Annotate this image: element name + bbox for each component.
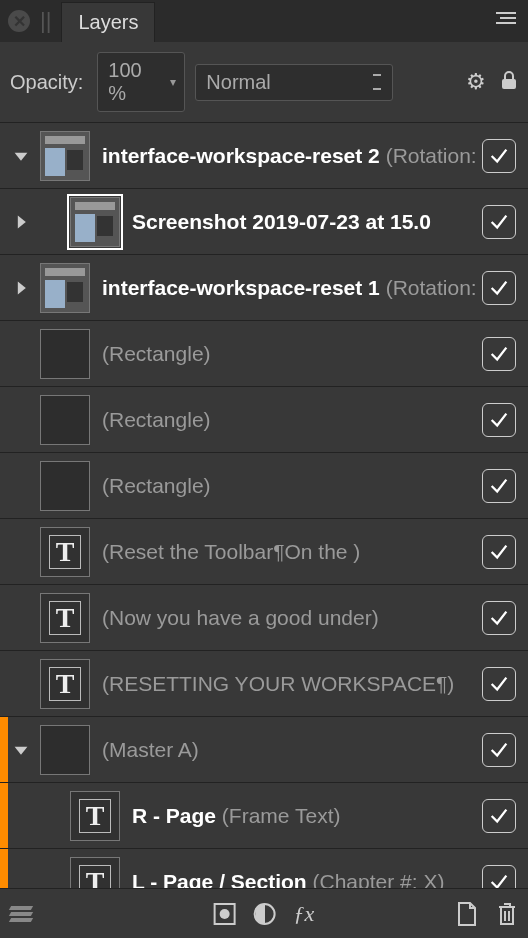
- layers-stack-icon[interactable]: [10, 906, 32, 922]
- layer-name: (Rectangle): [102, 408, 482, 432]
- tab-layers[interactable]: Layers: [61, 2, 155, 42]
- layer-name: (Reset the Toolbar¶On the ): [102, 540, 482, 564]
- layer-row[interactable]: interface-workspace-reset 1 (Rotation: 0…: [0, 255, 528, 321]
- opacity-select[interactable]: 100 %: [97, 52, 185, 112]
- close-panel-icon[interactable]: ✕: [8, 10, 30, 32]
- visibility-checkbox[interactable]: [482, 205, 516, 239]
- layer-row[interactable]: T(Reset the Toolbar¶On the ): [0, 519, 528, 585]
- layers-list: interface-workspace-reset 2 (Rotation: 0…: [0, 123, 528, 915]
- layer-row[interactable]: (Rectangle): [0, 387, 528, 453]
- gear-icon[interactable]: ⚙: [466, 69, 486, 95]
- layer-name: interface-workspace-reset 2 (Rotation: 0…: [102, 144, 482, 168]
- divider: ||: [40, 8, 51, 34]
- visibility-checkbox[interactable]: [482, 799, 516, 833]
- disclosure-triangle-icon[interactable]: [8, 737, 34, 763]
- layer-row[interactable]: interface-workspace-reset 2 (Rotation: 0…: [0, 123, 528, 189]
- blend-mode-select[interactable]: Normal: [195, 64, 393, 101]
- trash-icon[interactable]: [496, 901, 518, 927]
- layer-name: (Master A): [102, 738, 482, 762]
- layer-name: (RESETTING YOUR WORKSPACE¶): [102, 672, 482, 696]
- layer-row[interactable]: T(RESETTING YOUR WORKSPACE¶): [0, 651, 528, 717]
- visibility-checkbox[interactable]: [482, 337, 516, 371]
- fx-icon[interactable]: ƒx: [294, 901, 315, 927]
- disclosure-triangle-icon[interactable]: [8, 209, 34, 235]
- panel-header: ✕ || Layers: [0, 0, 528, 42]
- layer-name: (Rectangle): [102, 342, 482, 366]
- layer-name: (Now you have a good under): [102, 606, 482, 630]
- visibility-checkbox[interactable]: [482, 733, 516, 767]
- opacity-label: Opacity:: [10, 71, 83, 94]
- new-page-icon[interactable]: [456, 901, 478, 927]
- layer-row[interactable]: (Master A): [0, 717, 528, 783]
- visibility-checkbox[interactable]: [482, 403, 516, 437]
- layer-row[interactable]: TR - Page (Frame Text): [0, 783, 528, 849]
- layer-name: Screenshot 2019-07-23 at 15.0: [132, 210, 482, 234]
- layers-toolbar: Opacity: 100 % Normal ⚙: [0, 42, 528, 123]
- layer-name: (Rectangle): [102, 474, 482, 498]
- disclosure-triangle-icon[interactable]: [8, 143, 34, 169]
- disclosure-triangle-icon[interactable]: [8, 275, 34, 301]
- layer-name: R - Page (Frame Text): [132, 804, 482, 828]
- visibility-checkbox[interactable]: [482, 601, 516, 635]
- layer-row[interactable]: (Rectangle): [0, 321, 528, 387]
- panel-menu-icon[interactable]: [496, 12, 516, 24]
- visibility-checkbox[interactable]: [482, 535, 516, 569]
- panel-footer: ƒx: [0, 888, 528, 938]
- svg-rect-0: [502, 79, 516, 89]
- lock-icon[interactable]: [500, 70, 518, 95]
- layer-row[interactable]: T(Now you have a good under): [0, 585, 528, 651]
- visibility-checkbox[interactable]: [482, 271, 516, 305]
- adjustment-icon[interactable]: [254, 903, 276, 925]
- visibility-checkbox[interactable]: [482, 667, 516, 701]
- visibility-checkbox[interactable]: [482, 469, 516, 503]
- mask-icon[interactable]: [214, 903, 236, 925]
- layer-row[interactable]: Screenshot 2019-07-23 at 15.0: [0, 189, 528, 255]
- layer-name: interface-workspace-reset 1 (Rotation: 0…: [102, 276, 482, 300]
- visibility-checkbox[interactable]: [482, 139, 516, 173]
- layer-row[interactable]: (Rectangle): [0, 453, 528, 519]
